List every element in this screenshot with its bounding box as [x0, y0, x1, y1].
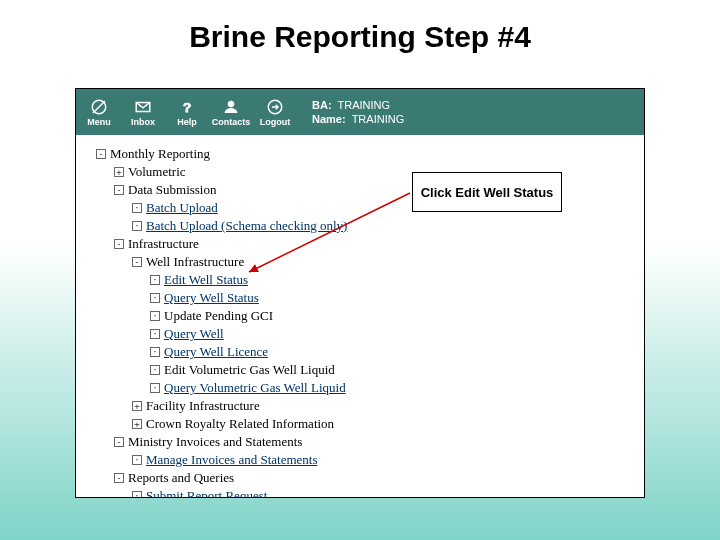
tree-reports-queries[interactable]: - Reports and Queries [114, 469, 634, 487]
tree-label[interactable]: Batch Upload (Schema checking only) [146, 217, 347, 235]
envelope-icon [133, 97, 153, 117]
tree-label[interactable]: Query Well Status [164, 289, 259, 307]
leaf-icon: · [132, 491, 142, 498]
help-button[interactable]: ? Help [170, 97, 204, 127]
tree-batch-upload-schema[interactable]: · Batch Upload (Schema checking only) [132, 217, 634, 235]
tree-edit-vol-gas-well-liquid[interactable]: · Edit Volumetric Gas Well Liquid [150, 361, 634, 379]
tree-label[interactable]: Query Volumetric Gas Well Liquid [164, 379, 346, 397]
leaf-icon: · [150, 347, 160, 357]
svg-text:?: ? [183, 100, 191, 115]
collapse-icon[interactable]: - [114, 185, 124, 195]
collapse-icon[interactable]: - [132, 257, 142, 267]
question-icon: ? [177, 97, 197, 117]
tree-query-well-licence[interactable]: · Query Well Licence [150, 343, 634, 361]
menu-button[interactable]: Menu [82, 97, 116, 127]
logout-label: Logout [260, 117, 291, 127]
tree-manage-invoices[interactable]: · Manage Invoices and Statements [132, 451, 634, 469]
collapse-icon[interactable]: - [114, 437, 124, 447]
leaf-icon: · [132, 221, 142, 231]
contacts-label: Contacts [212, 117, 251, 127]
name-label: Name: [312, 112, 346, 126]
leaf-icon: · [150, 365, 160, 375]
tree-label: Reports and Queries [128, 469, 234, 487]
leaf-icon: · [150, 383, 160, 393]
tree-label: Crown Royalty Related Information [146, 415, 334, 433]
tree-label[interactable]: Query Well Licence [164, 343, 268, 361]
tree-infrastructure[interactable]: - Infrastructure [114, 235, 634, 253]
collapse-icon[interactable]: - [114, 239, 124, 249]
ba-value: TRAINING [338, 98, 391, 112]
leaf-icon: · [132, 455, 142, 465]
slide-title: Brine Reporting Step #4 [0, 20, 720, 54]
contacts-button[interactable]: Contacts [214, 97, 248, 127]
globe-slash-icon [89, 97, 109, 117]
logout-button[interactable]: Logout [258, 97, 292, 127]
tree-monthly-reporting[interactable]: - Monthly Reporting [96, 145, 634, 163]
tree-query-well-status[interactable]: · Query Well Status [150, 289, 634, 307]
leaf-icon: · [150, 311, 160, 321]
collapse-icon[interactable]: - [114, 473, 124, 483]
name-value: TRAINING [352, 112, 405, 126]
svg-line-1 [93, 101, 105, 113]
expand-icon[interactable]: + [132, 401, 142, 411]
tree-label: Well Infrastructure [146, 253, 244, 271]
menu-label: Menu [87, 117, 111, 127]
expand-icon[interactable]: + [114, 167, 124, 177]
tree-label[interactable]: Edit Volumetric Gas Well Liquid [164, 361, 335, 379]
tree-label[interactable]: Manage Invoices and Statements [146, 451, 317, 469]
svg-point-4 [228, 101, 234, 107]
inbox-button[interactable]: Inbox [126, 97, 160, 127]
leaf-icon: · [150, 329, 160, 339]
leaf-icon: · [150, 275, 160, 285]
tree-query-vol-gas-well-liquid[interactable]: · Query Volumetric Gas Well Liquid [150, 379, 634, 397]
tree-query-well[interactable]: · Query Well [150, 325, 634, 343]
tree-update-pending-gci[interactable]: · Update Pending GCI [150, 307, 634, 325]
tree-label: Facility Infrastructure [146, 397, 260, 415]
tree-submit-report[interactable]: · Submit Report Request [132, 487, 634, 498]
tree-label[interactable]: Query Well [164, 325, 224, 343]
tree-label: Monthly Reporting [110, 145, 210, 163]
tree-label[interactable]: Batch Upload [146, 199, 218, 217]
inbox-label: Inbox [131, 117, 155, 127]
collapse-icon[interactable]: - [96, 149, 106, 159]
tree-label: Data Submission [128, 181, 216, 199]
tree-ministry-invoices[interactable]: - Ministry Invoices and Statements [114, 433, 634, 451]
tree-label: Volumetric [128, 163, 186, 181]
expand-icon[interactable]: + [132, 419, 142, 429]
tree-facility-infrastructure[interactable]: + Facility Infrastructure [132, 397, 634, 415]
logout-icon [265, 97, 285, 117]
leaf-icon: · [132, 203, 142, 213]
tree-well-infrastructure[interactable]: - Well Infrastructure [132, 253, 634, 271]
tree-label: Infrastructure [128, 235, 199, 253]
app-window: Menu Inbox ? Help Contacts [75, 88, 645, 498]
tree-edit-well-status[interactable]: · Edit Well Status [150, 271, 634, 289]
tree-label[interactable]: Submit Report Request [146, 487, 267, 498]
person-icon [221, 97, 241, 117]
ba-label: BA: [312, 98, 332, 112]
tree-label: Ministry Invoices and Statements [128, 433, 302, 451]
tree-crown-royalty[interactable]: + Crown Royalty Related Information [132, 415, 634, 433]
tree-label[interactable]: Update Pending GCI [164, 307, 273, 325]
instruction-callout: Click Edit Well Status [412, 172, 562, 212]
tree-label[interactable]: Edit Well Status [164, 271, 248, 289]
ba-info-block: BA: TRAINING Name: TRAINING [312, 98, 404, 126]
help-label: Help [177, 117, 197, 127]
topbar: Menu Inbox ? Help Contacts [76, 89, 644, 135]
leaf-icon: · [150, 293, 160, 303]
topbar-icon-row: Menu Inbox ? Help Contacts [82, 97, 292, 127]
